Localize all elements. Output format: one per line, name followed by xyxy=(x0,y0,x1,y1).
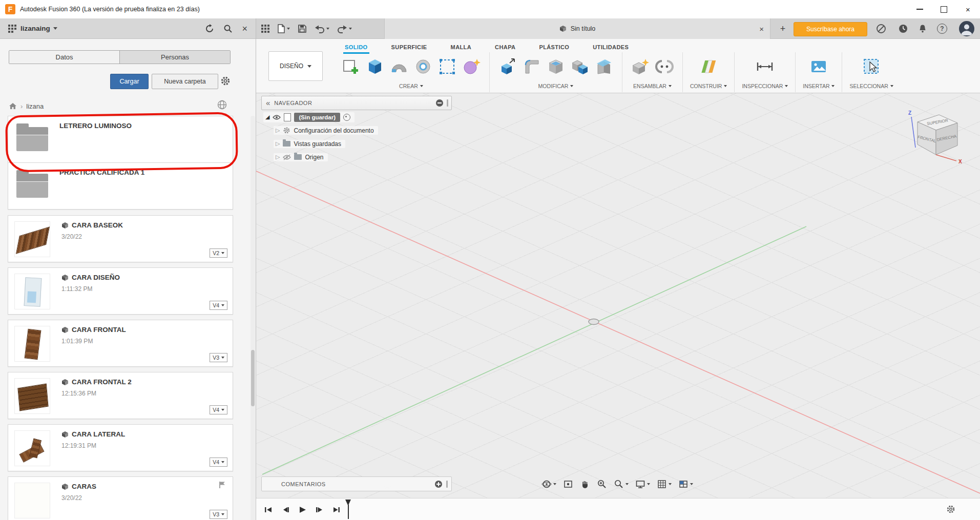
file-item-cara-diseno[interactable]: CARA DISEÑO 1:11:32 PM V4 xyxy=(8,267,233,315)
navigator-item-document-settings[interactable]: ▷ Configuración del documento xyxy=(261,124,452,137)
comments-drag-handle[interactable] xyxy=(446,481,448,488)
timeline-step-back-icon[interactable] xyxy=(279,504,291,516)
folder-item-letrero-luminoso[interactable]: LETRERO LUMINOSO xyxy=(8,116,233,163)
form-icon[interactable] xyxy=(461,55,482,78)
version-badge[interactable]: V4 xyxy=(210,457,227,467)
view-cube[interactable]: Z SUPERIOR FRONTAL DERECHA X xyxy=(899,107,966,168)
file-item-cara-frontal[interactable]: CARA FRONTAL 1:01:39 PM V3 xyxy=(8,320,233,367)
panel-settings-gear-icon[interactable] xyxy=(220,76,231,86)
measure-icon[interactable] xyxy=(754,55,776,78)
minimize-panel-icon[interactable] xyxy=(436,99,443,107)
activate-component-radio[interactable] xyxy=(343,114,350,121)
timeline-position-marker[interactable] xyxy=(345,500,351,520)
extrude-icon[interactable] xyxy=(364,55,386,78)
flag-icon[interactable] xyxy=(219,481,225,489)
file-item-caras[interactable]: CARAS 3/20/22 V3 xyxy=(8,476,233,520)
timeline-step-forward-icon[interactable] xyxy=(313,504,325,516)
document-tab-close-icon[interactable]: × xyxy=(759,25,764,33)
subscribe-button[interactable]: Suscríbase ahora xyxy=(794,22,867,36)
save-icon[interactable] xyxy=(298,24,307,33)
offline-status-icon[interactable] xyxy=(876,24,886,34)
combine-icon[interactable] xyxy=(569,55,591,78)
display-settings-icon[interactable] xyxy=(635,479,650,489)
app-grid-icon[interactable] xyxy=(261,25,269,33)
new-folder-button[interactable]: Nueva carpeta xyxy=(152,74,218,89)
add-comment-icon[interactable] xyxy=(435,481,442,488)
shell-icon[interactable] xyxy=(545,55,567,78)
job-status-clock-icon[interactable] xyxy=(898,24,908,34)
collapse-panel-icon[interactable]: « xyxy=(266,98,270,107)
look-at-icon[interactable] xyxy=(563,479,573,489)
timeline-skip-start-icon[interactable] xyxy=(262,504,275,516)
navigator-item-saved-views[interactable]: ▷ Vistas guardadas xyxy=(261,137,452,150)
viewport-canvas[interactable]: « NAVEGADOR ◢ (Sin guardar) ▷ xyxy=(256,93,980,498)
workspace-selector[interactable]: DISEÑO xyxy=(268,51,323,81)
panel-scrollbar-thumb[interactable] xyxy=(251,350,255,406)
tab-datos[interactable]: Datos xyxy=(9,51,119,64)
comments-bar[interactable]: COMENTARIOS xyxy=(261,476,452,491)
close-window-button[interactable]: × xyxy=(956,0,980,18)
minimize-button[interactable] xyxy=(908,0,932,18)
construction-plane-icon[interactable] xyxy=(698,55,719,78)
unsaved-document-label[interactable]: (Sin guardar) xyxy=(294,113,340,122)
maximize-button[interactable] xyxy=(932,0,956,18)
orbit-icon[interactable] xyxy=(541,479,556,489)
expand-arrow-icon[interactable]: ▷ xyxy=(276,154,280,160)
navigator-header[interactable]: « NAVEGADOR xyxy=(261,96,452,110)
search-icon[interactable] xyxy=(223,24,233,33)
visibility-eye-icon[interactable] xyxy=(273,115,281,120)
version-badge[interactable]: V2 xyxy=(210,248,227,258)
hub-username[interactable]: lizanaing xyxy=(20,25,50,32)
timeline-play-icon[interactable] xyxy=(296,504,308,516)
new-component-icon[interactable] xyxy=(630,55,651,78)
close-panel-icon[interactable]: × xyxy=(242,24,247,33)
navigator-item-origin[interactable]: ▷ Origen xyxy=(261,151,452,163)
hub-grid-icon[interactable] xyxy=(8,25,16,33)
refresh-icon[interactable] xyxy=(205,24,214,33)
folder-item-practica-calificada-1[interactable]: PRACTICA CALIFICADA 1 xyxy=(8,162,233,210)
version-badge[interactable]: V3 xyxy=(210,510,227,519)
viewports-icon[interactable] xyxy=(678,479,693,489)
joint-icon[interactable] xyxy=(654,55,675,78)
undo-icon[interactable] xyxy=(315,25,329,33)
hole-icon[interactable] xyxy=(412,55,434,78)
version-badge[interactable]: V3 xyxy=(210,353,227,362)
expand-arrow-icon[interactable]: ▷ xyxy=(276,128,280,133)
file-item-cara-baseok[interactable]: CARA BASEOK 3/20/22 V2 xyxy=(8,215,233,262)
panel-scrollbar[interactable] xyxy=(251,116,255,520)
hub-dropdown-caret-icon[interactable] xyxy=(53,27,57,30)
panel-drag-handle[interactable] xyxy=(447,99,448,107)
version-badge[interactable]: V4 xyxy=(210,301,227,310)
pan-icon[interactable] xyxy=(580,479,590,489)
fillet-icon[interactable] xyxy=(521,55,543,78)
version-badge[interactable]: V4 xyxy=(210,405,227,414)
split-body-icon[interactable] xyxy=(593,55,615,78)
document-tab[interactable]: Sin título × xyxy=(384,18,770,39)
user-avatar[interactable] xyxy=(959,21,974,36)
file-item-cara-frontal-2[interactable]: CARA FRONTAL 2 12:15:36 PM V4 xyxy=(8,372,233,419)
timeline-skip-end-icon[interactable] xyxy=(330,504,342,516)
zoom-window-icon[interactable] xyxy=(614,479,629,489)
box-primitive-icon[interactable] xyxy=(436,55,458,78)
create-sketch-icon[interactable] xyxy=(340,55,362,78)
select-tool-icon[interactable] xyxy=(861,55,882,78)
upload-button[interactable]: Cargar xyxy=(110,74,149,89)
breadcrumb-folder[interactable]: lizana xyxy=(26,102,44,110)
sweep-icon[interactable] xyxy=(388,55,410,78)
new-document-tab-button[interactable]: + xyxy=(777,23,789,35)
redo-icon[interactable] xyxy=(337,25,352,33)
grid-settings-icon[interactable] xyxy=(657,479,672,489)
notifications-bell-icon[interactable] xyxy=(918,24,928,34)
visibility-off-eye-icon[interactable] xyxy=(283,154,291,160)
zoom-icon[interactable] xyxy=(597,479,607,489)
timeline-settings-gear-icon[interactable] xyxy=(946,505,955,514)
help-icon[interactable]: ? xyxy=(937,24,947,34)
press-pull-icon[interactable] xyxy=(497,55,518,78)
insert-image-icon[interactable] xyxy=(808,55,829,78)
home-icon[interactable] xyxy=(9,102,17,110)
file-menu-icon[interactable] xyxy=(277,24,290,33)
navigator-root-row[interactable]: ◢ (Sin guardar) xyxy=(261,111,452,123)
expand-arrow-icon[interactable]: ▷ xyxy=(276,141,280,147)
expand-arrow-icon[interactable]: ◢ xyxy=(265,114,269,120)
file-item-cara-lateral[interactable]: CARA LATERAL 12:19:31 PM V4 xyxy=(8,424,233,471)
